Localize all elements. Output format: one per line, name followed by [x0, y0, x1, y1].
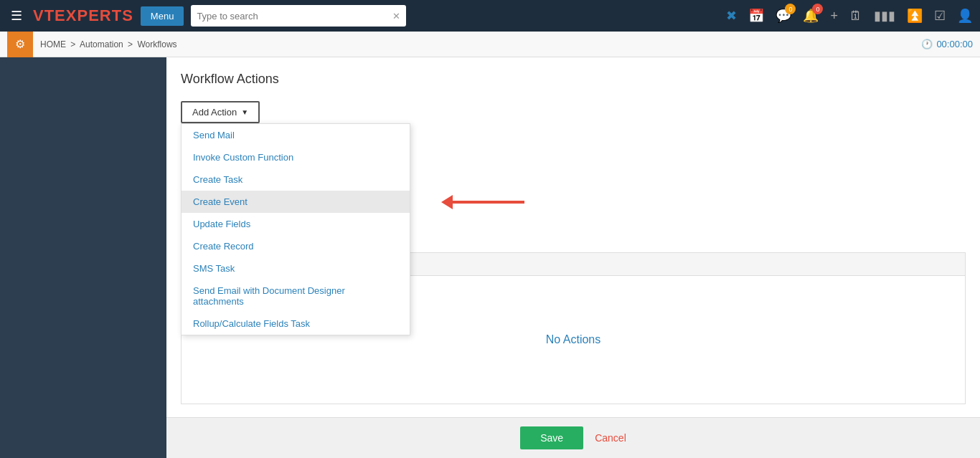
barchart-icon[interactable]: ▮▮▮ [874, 8, 895, 24]
linechart-icon[interactable]: ⏫ [907, 8, 923, 24]
menu-item-update-fields[interactable]: Update Fields [182, 213, 410, 235]
app-logo: VTEXPERTS [33, 6, 133, 25]
menu-button[interactable]: Menu [141, 6, 184, 26]
menu-item-create-record[interactable]: Create Record [182, 235, 410, 257]
breadcrumb-sep2: > [128, 39, 133, 49]
breadcrumb-sep1: > [70, 39, 75, 49]
search-clear-icon[interactable]: ✕ [392, 11, 400, 22]
content-inner: Workflow Actions Add Action ▼ Send Mail … [166, 57, 980, 417]
sidebar [0, 57, 166, 458]
timer-value: 00:00:00 [936, 39, 973, 49]
dropdown-menu: Send Mail Invoke Custom Function Create … [181, 123, 410, 335]
notifications-icon[interactable]: 🔔 0 [803, 8, 819, 24]
breadcrumb-current: Workflows [137, 39, 176, 49]
hamburger-icon[interactable]: ☰ [7, 4, 26, 27]
menu-item-invoke-custom[interactable]: Invoke Custom Function [182, 146, 410, 168]
timer-icon: 🕐 [921, 39, 933, 49]
main-layout: Workflow Actions Add Action ▼ Send Mail … [0, 57, 980, 458]
red-arrow-indicator [441, 195, 524, 209]
arrow-line [453, 201, 524, 204]
menu-item-create-task[interactable]: Create Task [182, 168, 410, 191]
search-input[interactable] [197, 11, 392, 22]
page-title: Workflow Actions [181, 72, 966, 87]
breadcrumb-bar: ⚙ HOME > Automation > Workflows 🕐 00:00:… [0, 32, 980, 57]
search-box: ✕ [191, 5, 406, 27]
menu-item-send-email-doc[interactable]: Send Email with Document Designer attach… [182, 280, 410, 313]
content-area: Workflow Actions Add Action ▼ Send Mail … [166, 57, 980, 458]
messages-badge: 0 [785, 4, 796, 14]
notifications-badge: 0 [812, 4, 823, 14]
cancel-button[interactable]: Cancel [595, 432, 626, 444]
arrow-head [441, 195, 453, 209]
messages-icon[interactable]: 💬 0 [776, 8, 791, 24]
dropdown-arrow-icon: ▼ [241, 108, 248, 116]
vtiger-icon[interactable]: ✖ [726, 8, 737, 24]
add-action-label: Add Action [192, 107, 237, 118]
add-action-button[interactable]: Add Action ▼ [181, 101, 260, 123]
breadcrumb-automation[interactable]: Automation [80, 39, 123, 49]
breadcrumb-home[interactable]: HOME [40, 39, 66, 49]
menu-item-create-event[interactable]: Create Event [182, 191, 410, 213]
tasks-icon[interactable]: ☑ [934, 8, 946, 24]
menu-item-sms-task[interactable]: SMS Task [182, 257, 410, 280]
timer: 🕐 00:00:00 [921, 39, 973, 49]
user-icon[interactable]: 👤 [957, 8, 973, 24]
navbar: ☰ VTEXPERTS Menu ✕ ✖ 📅 💬 0 🔔 0 + 🗓 ▮▮▮ [0, 0, 980, 32]
nav-icons-group: ✖ 📅 💬 0 🔔 0 + 🗓 ▮▮▮ ⏫ ☑ 👤 [726, 8, 973, 24]
menu-item-send-mail[interactable]: Send Mail [182, 124, 410, 146]
menu-item-rollup[interactable]: Rollup/Calculate Fields Task [182, 313, 410, 335]
calendar-icon[interactable]: 📅 [748, 8, 764, 24]
settings-icon[interactable]: ⚙ [7, 32, 33, 57]
add-icon[interactable]: + [830, 9, 838, 24]
calendar2-icon[interactable]: 🗓 [849, 9, 862, 24]
col-action-title: Action Title [325, 253, 965, 275]
breadcrumb: HOME > Automation > Workflows [40, 39, 177, 49]
bottom-bar: Save Cancel [166, 417, 980, 458]
add-action-dropdown: Add Action ▼ Send Mail Invoke Custom Fun… [181, 101, 260, 123]
save-button[interactable]: Save [520, 426, 583, 449]
